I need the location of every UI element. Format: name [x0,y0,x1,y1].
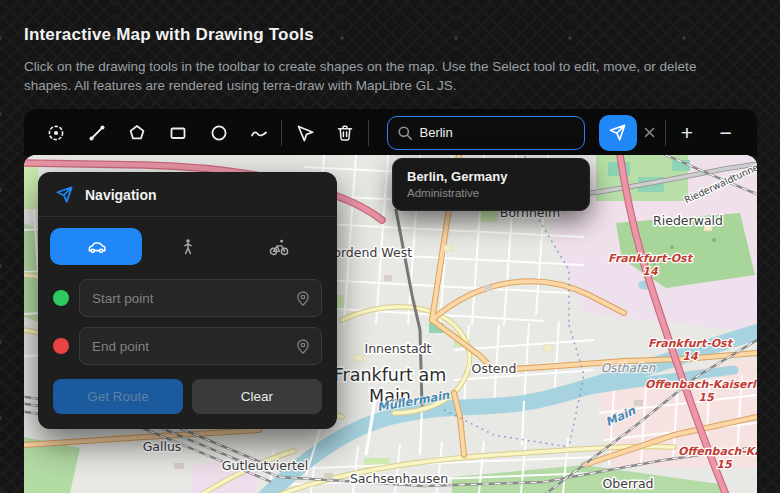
travel-mode-group [38,217,337,269]
navigation-toggle-button[interactable] [599,115,637,151]
get-route-button[interactable]: Get Route [53,379,183,414]
toolbar-divider [281,120,282,146]
circle-icon [209,123,229,143]
polygon-icon [127,123,147,143]
end-point-row [38,317,337,365]
map-label-osthafen: Osthafen [601,361,656,375]
bike-icon [268,236,290,258]
trash-icon [335,123,355,143]
navigation-icon [608,123,627,142]
toolbar-divider [368,120,369,146]
navigation-panel: Navigation [38,172,337,429]
search-input[interactable] [387,116,585,150]
start-point-input[interactable] [79,279,322,317]
navigation-panel-header: Navigation [38,172,337,217]
map-label-offenbach-kaiserlei: Offenbach-Kaiserlei [645,378,757,391]
page-description: Click on the drawing tools in the toolba… [24,57,746,95]
walk-icon [178,237,198,257]
map-label-junction-14: 14 [642,265,659,278]
mode-walk-button[interactable] [142,228,234,265]
map-label-offenbach-kaiserlei: Offenbach-Kaiserlei [678,445,757,458]
toolbar-divider [665,120,666,146]
start-point-dot [53,290,69,306]
point-icon [46,123,66,143]
navigation-panel-title: Navigation [85,187,157,203]
tool-circle-button[interactable] [198,111,239,155]
map-label-riederwald: Riederwald [653,213,723,228]
tool-line-button[interactable] [77,111,118,155]
map-label-frankfurt-ost: Frankfurt-Ost [648,337,734,350]
rectangle-icon [168,123,188,143]
map-label-gutleutviertel: Gutleutviertel [222,458,308,473]
line-icon [87,123,107,143]
tool-polygon-button[interactable] [117,111,158,155]
mode-bike-button[interactable] [233,228,325,265]
car-icon [85,236,107,258]
tool-select-button[interactable] [284,111,325,155]
map-label-oberrad: Oberrad [602,476,653,491]
end-point-input[interactable] [79,327,322,365]
tool-rectangle-button[interactable] [158,111,199,155]
geocoder-search [387,116,585,150]
search-results-dropdown: Berlin, Germany Administrative [392,158,590,211]
clear-route-button[interactable]: Clear [192,379,322,414]
map-label-frankfurt-line1: Frankfurt am [334,365,447,385]
x-icon [644,127,655,138]
navigation-close-icon[interactable] [643,126,657,140]
select-icon [295,123,315,143]
tool-point-button[interactable] [36,111,77,155]
map-label-nordend-west: Nordend West [324,245,412,260]
map-label-junction-15: 15 [716,458,733,471]
freehand-icon [249,123,269,143]
app-stage: Interactive Map with Drawing Tools Click… [0,0,780,493]
tool-freehand-button[interactable] [239,111,280,155]
search-result-item[interactable]: Berlin, Germany Administrative [407,169,575,199]
mode-car-button[interactable] [50,228,142,265]
navigation-icon [55,185,74,204]
map-label-ostend: Ostend [472,361,517,376]
start-point-row [38,269,337,317]
zoom-out-button[interactable]: − [706,111,745,155]
map-label-frankfurt-ost: Frankfurt-Ost [608,252,694,265]
map-label-gallus: Gallus [143,439,182,454]
map-label-junction-15: 15 [698,391,715,404]
end-point-dot [53,338,69,354]
map-label-junction-14: 14 [682,350,699,363]
page-title: Interactive Map with Drawing Tools [24,25,314,45]
drawing-toolbar: + − [24,109,757,156]
map-label-sachsenhausen: Sachsenhausen [350,471,448,486]
zoom-in-button[interactable]: + [668,111,707,155]
tool-delete-button[interactable] [325,111,366,155]
navigation-actions: Get Route Clear [38,365,337,429]
search-result-primary: Berlin, Germany [407,169,575,184]
search-result-secondary: Administrative [407,187,575,199]
map-label-innenstadt: Innenstadt [364,341,431,356]
